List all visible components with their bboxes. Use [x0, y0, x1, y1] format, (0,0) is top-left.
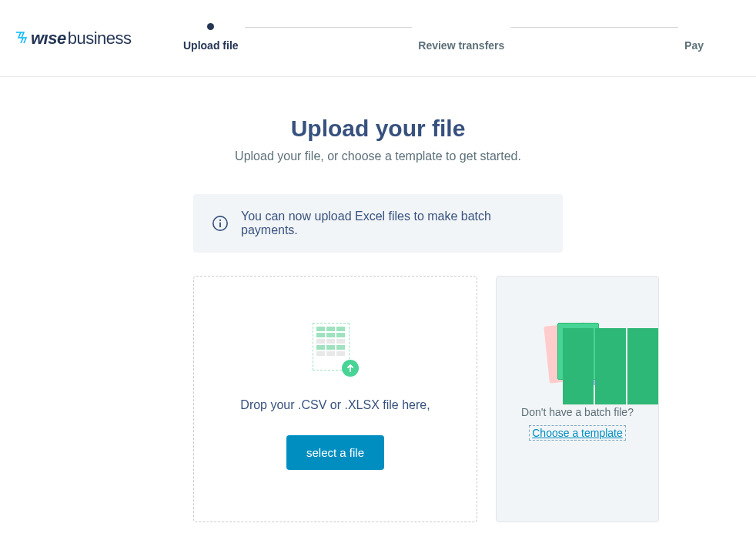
logo[interactable]: wıse business [15, 29, 132, 49]
logo-icon [15, 32, 29, 48]
template-illustration [547, 323, 608, 387]
header: wıse business Upload file Review transfe… [0, 0, 756, 77]
select-file-button[interactable]: select a file [286, 435, 384, 470]
step-dot-active [207, 23, 214, 30]
info-text: You can now upload Excel files to make b… [241, 210, 544, 237]
info-icon [212, 215, 229, 232]
step-dot-inactive [458, 23, 465, 30]
step-label: Review transfers [418, 39, 504, 52]
step-dot-inactive [691, 23, 697, 30]
step-upload-file[interactable]: Upload file [177, 23, 245, 52]
choose-template-link[interactable]: Choose a template [529, 425, 626, 441]
upload-dropzone[interactable]: Drop your .CSV or .XLSX file here, selec… [193, 276, 477, 522]
stepper: Upload file Review transfers Pay [177, 23, 710, 52]
logo-brand-text: wıse [31, 29, 66, 49]
step-pay[interactable]: Pay [678, 23, 710, 52]
upload-arrow-icon [342, 360, 359, 377]
svg-point-1 [219, 220, 221, 221]
step-label: Pay [684, 39, 704, 52]
step-label: Upload file [183, 39, 239, 52]
logo-suffix-text: business [68, 29, 132, 49]
drop-text: Drop your .CSV or .XLSX file here, [240, 398, 430, 412]
svg-rect-2 [219, 223, 221, 227]
step-review-transfers[interactable]: Review transfers [412, 23, 510, 52]
info-banner: You can now upload Excel files to make b… [193, 194, 563, 253]
page-title: Upload your file [32, 116, 724, 142]
template-card: Don't have a batch file? Choose a templa… [496, 276, 659, 522]
upload-illustration [313, 323, 359, 377]
template-prompt: Don't have a batch file? [521, 404, 634, 421]
page-subtitle: Upload your file, or choose a template t… [32, 149, 724, 163]
main-content: Upload your file Upload your file, or ch… [32, 77, 724, 550]
cards-container: Drop your .CSV or .XLSX file here, selec… [193, 276, 659, 522]
